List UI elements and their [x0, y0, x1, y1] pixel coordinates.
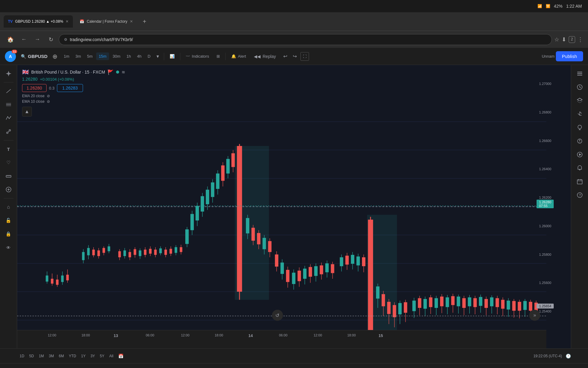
heart-icon: ♡ [6, 160, 10, 165]
eye-button[interactable]: 👁 [2, 241, 15, 254]
play-button[interactable] [574, 148, 586, 161]
tf-5m[interactable]: 5m [85, 52, 95, 60]
indicators-label: Indicators [192, 54, 209, 59]
svg-rect-41 [92, 250, 95, 255]
candle-group-left [46, 144, 538, 340]
trendline-tool-button[interactable] [2, 85, 15, 97]
alert-button[interactable]: 🔔 Alert [228, 52, 249, 60]
price-input-1[interactable] [22, 84, 47, 92]
history-button[interactable] [574, 81, 586, 93]
ema2-icon[interactable]: ⊘ [47, 99, 50, 104]
tf-30m[interactable]: 30m [110, 52, 123, 60]
layers-button[interactable] [574, 94, 586, 107]
tabs-icon[interactable]: 2 [569, 36, 575, 43]
text-tool-button[interactable]: T [2, 143, 15, 155]
alert-sidebar-button[interactable] [574, 135, 586, 147]
undo-button[interactable]: ↩ [281, 52, 290, 61]
collapse-indicators-button[interactable]: ▲ [22, 107, 32, 117]
home-goto-button[interactable]: ⌂ [2, 201, 15, 213]
range-1m[interactable]: 1M [36, 353, 47, 359]
tab-forex[interactable]: 📅 Calendar | Forex Factory ✕ [75, 15, 137, 28]
back-button[interactable]: ← [18, 34, 29, 45]
templates-button[interactable]: ⊞ [213, 52, 223, 60]
range-3y[interactable]: 3Y [88, 353, 97, 359]
address-bar[interactable]: ⚙ tradingview.com/chart/F9V7Kbr9/ [59, 34, 552, 45]
home-icon: ⌂ [7, 204, 10, 210]
tv-logo[interactable]: A 11 [5, 51, 16, 62]
svg-rect-75 [185, 229, 189, 244]
svg-rect-173 [468, 297, 471, 306]
time-range-bar: 1D 5D 1M 3M 6M YTD 1Y 3Y 5Y All 📅 19:22:… [0, 348, 588, 363]
watchlist-button[interactable] [574, 67, 586, 80]
crosshair-tool-button[interactable] [2, 67, 15, 80]
ema1-icon[interactable]: ⊘ [47, 94, 50, 98]
lock-open-button[interactable]: 🔓 [2, 214, 15, 227]
date-range-icon[interactable]: 📅 [118, 354, 123, 358]
price-input-2[interactable] [57, 84, 83, 92]
reload-button[interactable]: ↺ [272, 310, 283, 321]
horizontal-line-tool-button[interactable] [2, 98, 15, 111]
range-1d[interactable]: 1D [17, 353, 27, 359]
tf-3m[interactable]: 3m [73, 52, 83, 60]
range-3m[interactable]: 3M [46, 353, 56, 359]
add-symbol-button[interactable]: ⊕ [52, 53, 58, 60]
svg-rect-202 [577, 73, 582, 74]
forex-tab-close[interactable]: ✕ [130, 19, 133, 24]
heart-tool-button[interactable]: ♡ [2, 156, 15, 169]
tf-dropdown[interactable]: ▾ [154, 52, 161, 61]
tv-tab-close[interactable]: ✕ [66, 19, 69, 24]
bt-arrow-tool[interactable] [53, 367, 64, 368]
range-5y[interactable]: 5Y [97, 353, 107, 359]
time-sync-icon[interactable]: 🕐 [566, 354, 571, 358]
home-button[interactable]: 🏠 [5, 34, 16, 45]
lock-button[interactable]: 🔒 [2, 228, 15, 240]
tf-15m[interactable]: 15m [96, 52, 109, 60]
range-1y[interactable]: 1Y [79, 353, 88, 359]
forward-button[interactable]: → [32, 34, 43, 45]
range-ytd[interactable]: YTD [66, 353, 79, 359]
range-5d[interactable]: 5D [27, 353, 36, 359]
svg-rect-145 [387, 302, 390, 314]
menu-icon[interactable]: ⋮ [578, 36, 583, 43]
bt-segment-tool[interactable] [127, 367, 138, 368]
live-dot [116, 71, 119, 74]
bt-line-tool[interactable] [39, 367, 50, 368]
new-tab-button[interactable]: + [140, 17, 149, 26]
indicators-button[interactable]: 〰 Indicators [183, 52, 212, 60]
fullscreen-button[interactable]: ⛶ [300, 52, 309, 61]
range-6m[interactable]: 6M [56, 353, 66, 359]
bookmark-icon[interactable]: ☆ [554, 36, 559, 43]
chart-type-button[interactable]: 📊 [167, 52, 178, 60]
svg-rect-67 [164, 250, 167, 255]
node-tool-button[interactable] [2, 125, 15, 138]
price-line: 1.26280 +0.00104 (+0.08%) [22, 77, 566, 82]
ruler-tool-button[interactable] [2, 170, 15, 182]
tf-1h[interactable]: 1h [124, 52, 133, 60]
bt-path-tool[interactable] [112, 367, 123, 368]
svg-rect-167 [451, 296, 454, 305]
tf-d[interactable]: D [145, 52, 153, 60]
refresh-button[interactable]: ↻ [45, 34, 56, 45]
tf-4h[interactable]: 4h [134, 52, 144, 60]
ideas-button[interactable] [574, 121, 586, 134]
polyline-tool-button[interactable] [2, 112, 15, 124]
download-icon[interactable]: ⬇ [562, 36, 566, 43]
help-sidebar-button[interactable]: ? [574, 189, 586, 201]
calendar-sidebar-button[interactable] [574, 175, 586, 188]
add-tool-button[interactable] [2, 183, 15, 196]
svg-rect-169 [457, 297, 460, 306]
bt-rectangle-tool[interactable] [97, 367, 108, 368]
redo-button[interactable]: ↪ [290, 52, 299, 61]
recycle-button[interactable] [574, 108, 586, 120]
tab-tradingview[interactable]: TV GBPUSD 1.26280 ▲ +0.08% ✕ [4, 15, 73, 28]
undo-redo-group: ↩ ↪ [281, 52, 299, 61]
symbol-search[interactable]: 🔍 GBPUSD [17, 52, 51, 61]
tf-1m[interactable]: 1m [61, 52, 72, 60]
notification-button[interactable] [574, 162, 586, 174]
range-all[interactable]: All [107, 353, 116, 359]
publish-button[interactable]: Publish [556, 51, 583, 61]
replay-button[interactable]: ◀◀ Replay [250, 52, 280, 61]
bt-dotted-tool[interactable] [83, 367, 94, 368]
expand-button[interactable]: » [529, 310, 540, 321]
bt-multiline-tool[interactable] [68, 367, 79, 368]
